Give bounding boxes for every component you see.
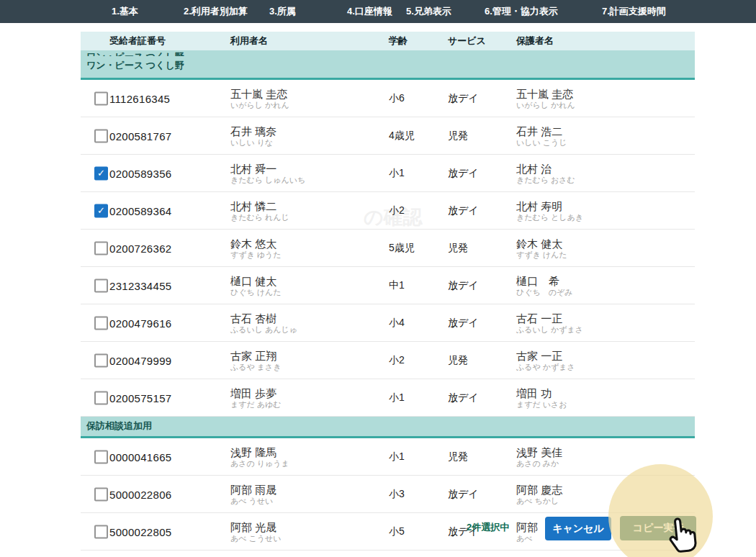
guardian-name-furigana: あべ ちかし — [516, 496, 562, 505]
recipient-number: 0000041665 — [109, 450, 171, 463]
user-name: 古石 杏樹 — [230, 312, 297, 325]
recipient-number: 0200479616 — [109, 317, 171, 329]
table-row[interactable]: 0200479999古家 正翔ふるや まさき小2児発古家 一正ふるや かずまさ — [81, 342, 695, 379]
table-row[interactable]: 1112616345五十嵐 圭恋いがらし かれん小6放デイ五十嵐 圭恋いがらし … — [81, 80, 695, 117]
user-name-furigana: ひぐち けんた — [230, 287, 282, 296]
user-name-block: 鈴木 悠太すずき ゆうた — [230, 237, 282, 259]
user-name: 五十嵐 圭恋 — [230, 87, 289, 100]
table-row[interactable]: 0200589364北村 憐二きたむら れんじ小2放デイ北村 寿明きたむら とし… — [81, 192, 695, 230]
user-name-furigana: あべ うせい — [230, 496, 276, 505]
row-checkbox[interactable] — [94, 316, 108, 330]
grade: 小4 — [389, 317, 405, 330]
nav-tab-6[interactable]: 6.管理・協力表示 — [485, 0, 558, 23]
table-row[interactable]: 2312334455樋口 健太ひぐち けんた中1放デイ樋口 希ひぐち のぞみ — [81, 267, 695, 304]
guardian-name-block: 北村 治きたむら おさむ — [516, 162, 575, 184]
row-checkbox[interactable] — [94, 450, 108, 463]
user-name-block: 古家 正翔ふるや まさき — [230, 349, 282, 371]
service-type: 放デイ — [448, 204, 479, 217]
nav-tab-2[interactable]: 2.利用者別加算 — [184, 0, 248, 23]
guardian-name-furigana: きたむら おさむ — [516, 175, 575, 184]
guardian-name-block: 鈴木 健太すずき けんた — [516, 237, 567, 259]
recipient-number: 0200589356 — [109, 167, 171, 179]
row-checkbox[interactable] — [94, 525, 108, 538]
guardian-name: 浅野 美佳 — [516, 445, 562, 458]
nav-tab-7[interactable]: 7.計画支援時間 — [602, 0, 666, 23]
user-name-furigana: きたむら れんじ — [230, 212, 289, 222]
grade: 小3 — [389, 488, 405, 501]
table-row[interactable]: 0200575157増田 歩夢ますだ あゆむ小1放デイ増田 功ますだ いさお — [81, 379, 695, 417]
guardian-name-furigana: ふるや かずまさ — [516, 362, 575, 371]
nav-tab-1[interactable]: 1.基本 — [112, 0, 138, 23]
user-name-furigana: ますだ あゆむ — [230, 399, 282, 409]
table-row[interactable]: 0200726362鈴木 悠太すずき ゆうた5歳児児発鈴木 健太すずき けんた — [81, 230, 695, 267]
table-row[interactable]: 0000041665浅野 隆馬あさの りゅうま小1児発浅野 美佳あさの みか — [81, 438, 695, 476]
user-name: 北村 憐二 — [230, 199, 289, 212]
row-checkbox[interactable] — [94, 91, 108, 105]
guardian-name-block: 古家 一正ふるや かずまさ — [516, 349, 575, 371]
guardian-name-furigana: ふるいし かずまさ — [516, 325, 583, 334]
row-checkbox[interactable] — [94, 129, 108, 142]
copy-execute-button[interactable]: コピー実行 — [620, 516, 696, 540]
guardian-name-furigana: あべ — [516, 533, 538, 543]
service-type: 放デイ — [448, 317, 479, 330]
column-header-guardian: 保護者名 — [516, 35, 554, 47]
nav-tab-3[interactable]: 3.所属 — [269, 0, 296, 23]
grade: 5歳児 — [389, 242, 415, 255]
table-row[interactable]: 0200589356北村 舜一きたむら しゅんいち小1放デイ北村 治きたむら お… — [81, 155, 695, 192]
service-type: 放デイ — [448, 279, 479, 292]
row-checkbox[interactable] — [94, 353, 108, 367]
user-name: 浅野 隆馬 — [230, 445, 289, 458]
guardian-name: 石井 浩二 — [516, 124, 567, 137]
guardian-name: 五十嵐 圭恋 — [516, 87, 575, 100]
table-row[interactable]: 上原 ひろみ上原 浩二 — [81, 551, 695, 557]
group-header-label: 保訪相談追加用 — [81, 417, 695, 435]
user-name-block: 浅野 隆馬あさの りゅうま — [230, 445, 289, 468]
row-checkbox-checked[interactable] — [94, 204, 108, 217]
recipient-number: 2312334455 — [109, 279, 171, 291]
row-checkbox[interactable] — [94, 391, 108, 404]
table-body: ワン・ピース つくし野ワン・ピース つくし野1112616345五十嵐 圭恋いが… — [81, 50, 695, 557]
column-header-grade: 学齢 — [389, 35, 408, 47]
guardian-name-furigana: すずき けんた — [516, 250, 567, 259]
table-row[interactable]: 0200581767石井 璃奈いしい りな4歳児児発石井 浩二いしい こうじ — [81, 117, 695, 155]
row-checkbox[interactable] — [94, 241, 108, 255]
row-checkbox[interactable] — [94, 278, 108, 292]
table-row[interactable]: 5000022806阿部 雨晟あべ うせい小3放デイ阿部 慶志あべ ちかし — [81, 476, 695, 513]
user-name-block: 北村 舜一きたむら しゅんいち — [230, 162, 305, 184]
grade: 4歳児 — [389, 130, 415, 142]
row-checkbox-checked[interactable] — [94, 166, 108, 180]
row-checkbox[interactable] — [94, 487, 108, 501]
guardian-name-furigana: ひぐち のぞみ — [516, 287, 573, 296]
recipient-number: 0200479999 — [109, 354, 171, 366]
user-name-block: 阿部 光晟あべ こうせい — [230, 520, 282, 543]
guardian-name: 北村 寿明 — [516, 199, 583, 212]
recipient-number: 0200575157 — [109, 391, 171, 404]
service-type: 放デイ — [448, 488, 479, 501]
guardian-name: 増田 功 — [516, 386, 567, 399]
user-name-furigana: いしい りな — [230, 137, 276, 147]
user-name-furigana: いがらし かれん — [230, 100, 289, 109]
recipient-number: 1112616345 — [109, 92, 170, 104]
column-header-service: サービス — [448, 35, 486, 47]
guardian-name: 阿部 慶志 — [516, 483, 562, 496]
nav-tab-4[interactable]: 4.口座情報 — [347, 0, 392, 23]
user-name: 増田 歩夢 — [230, 386, 282, 399]
column-header-name: 利用者名 — [230, 35, 268, 47]
guardian-name-block: 北村 寿明きたむら としあき — [516, 199, 583, 222]
grade: 小1 — [389, 391, 405, 404]
user-name-block: 阿部 雨晟あべ うせい — [230, 483, 276, 505]
table-header-row: 受給者証番号 利用者名 学齢 サービス 保護者名 — [81, 32, 695, 50]
recipient-number: 5000022806 — [109, 488, 171, 500]
guardian-name-block: 浅野 美佳あさの みか — [516, 445, 562, 468]
user-name-furigana: あさの りゅうま — [230, 458, 289, 468]
nav-tab-5[interactable]: 5.兄弟表示 — [406, 0, 451, 23]
recipient-number: 0200589364 — [109, 204, 171, 217]
guardian-name-furigana: きたむら としあき — [516, 212, 583, 222]
cancel-button[interactable]: キャンセル — [545, 517, 611, 540]
grade: 小1 — [389, 450, 405, 463]
user-name: 石井 璃奈 — [230, 124, 276, 137]
user-name-furigana: きたむら しゅんいち — [230, 175, 305, 184]
table-row[interactable]: 0200479616古石 杏樹ふるいし あんじゅ小4放デイ古石 一正ふるいし か… — [81, 304, 695, 342]
guardian-name-block: 阿部 慶志あべ ちかし — [516, 483, 562, 505]
guardian-name: 樋口 希 — [516, 274, 573, 287]
